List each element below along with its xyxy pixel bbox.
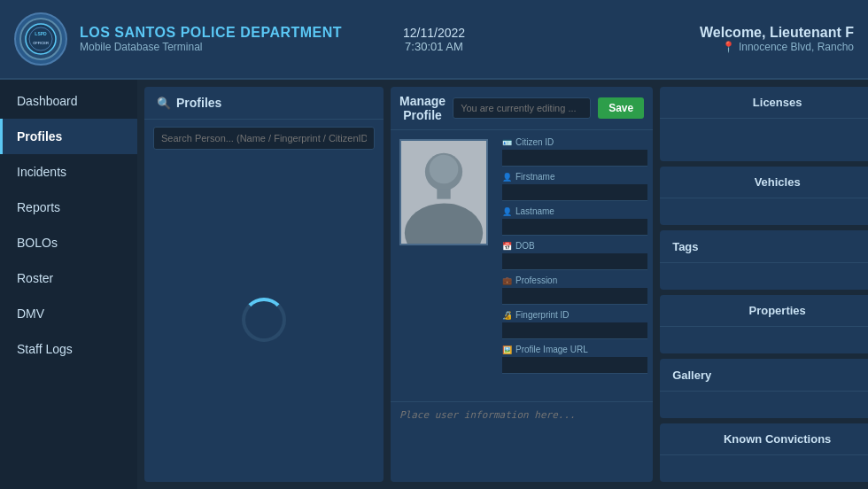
pin-icon: 📍 xyxy=(722,41,735,53)
welcome-message: Welcome, Lieutenant F xyxy=(700,25,854,41)
image-url-input[interactable] xyxy=(502,357,647,374)
profession-input[interactable] xyxy=(502,288,647,305)
image-icon: 🖼️ xyxy=(502,345,512,354)
field-fingerprint: 🔏 Fingerprint ID xyxy=(502,310,647,339)
sidebar-label-profiles: Profiles xyxy=(17,129,62,144)
field-image-url: 🖼️ Profile Image URL xyxy=(502,345,647,374)
briefcase-icon: 💼 xyxy=(502,276,512,285)
search-input-wrap xyxy=(144,120,384,157)
vehicles-section: Vehicles xyxy=(660,167,868,225)
properties-section: Properties xyxy=(660,295,868,353)
user-info: Welcome, Lieutenant F 📍 Innocence Blvd, … xyxy=(700,25,854,53)
time-display: 7:30:01 AM xyxy=(403,40,465,53)
licenses-section: Licenses xyxy=(660,87,868,161)
citizen-id-label: 🪪 Citizen ID xyxy=(502,137,647,147)
sidebar-item-dmv[interactable]: DMV xyxy=(0,296,137,331)
terminal-subtitle: Mobile Database Terminal xyxy=(80,41,700,53)
manage-panel-title: Manage Profile xyxy=(399,94,446,122)
svg-text:LSPD: LSPD xyxy=(35,31,47,36)
date-display: 12/11/2022 xyxy=(403,26,465,40)
sidebar-label-reports: Reports xyxy=(17,200,60,214)
sidebar-item-reports[interactable]: Reports xyxy=(0,190,137,225)
fingerprint-icon: 🔏 xyxy=(502,311,512,320)
profession-label: 💼 Profession xyxy=(502,276,647,285)
sidebar-item-bolos[interactable]: BOLOs xyxy=(0,225,137,260)
department-name: LOS SANTOS POLICE DEPARTMENT xyxy=(80,25,700,41)
notes-area xyxy=(391,401,653,482)
properties-title: Properties xyxy=(749,304,806,317)
lastname-label: 👤 Lastname xyxy=(502,206,647,216)
vehicles-title: Vehicles xyxy=(755,175,801,189)
logo-inner: LSPD OFFICER xyxy=(19,18,62,60)
profiles-body xyxy=(144,157,384,482)
header: LSPD OFFICER LOS SANTOS POLICE DEPARTMEN… xyxy=(0,0,868,80)
sidebar-item-dashboard[interactable]: Dashboard xyxy=(0,83,137,119)
save-button[interactable]: Save xyxy=(598,97,644,119)
person-icon-1: 👤 xyxy=(502,173,512,182)
sidebar-label-staff-logs: Staff Logs xyxy=(17,342,73,356)
manage-panel-header: Manage Profile Save xyxy=(391,87,653,130)
content-area: 🔍 Profiles Manage Profile Save xyxy=(137,80,868,489)
department-logo: LSPD OFFICER xyxy=(14,12,67,66)
field-firstname: 👤 Firstname xyxy=(502,172,647,201)
sidebar-item-staff-logs[interactable]: Staff Logs xyxy=(0,331,137,367)
gallery-section: Gallery + xyxy=(660,359,868,418)
sidebar: Dashboard Profiles Incidents Reports BOL… xyxy=(0,80,137,489)
firstname-input[interactable] xyxy=(502,184,647,201)
citizen-id-input[interactable] xyxy=(502,150,647,167)
licenses-title: Licenses xyxy=(753,96,802,109)
manage-body: 🪪 Citizen ID 👤 Firstname xyxy=(391,130,653,401)
convictions-body xyxy=(660,455,868,482)
sidebar-label-incidents: Incidents xyxy=(17,165,66,179)
field-citizen-id: 🪪 Citizen ID xyxy=(502,137,647,167)
person-icon-2: 👤 xyxy=(502,207,512,216)
field-profession: 💼 Profession xyxy=(502,276,647,305)
main-layout: Dashboard Profiles Incidents Reports BOL… xyxy=(0,80,868,489)
notes-textarea[interactable] xyxy=(399,409,644,471)
sidebar-item-profiles[interactable]: Profiles xyxy=(0,119,137,154)
location-info: 📍 Innocence Blvd, Rancho xyxy=(700,41,854,53)
licenses-header: Licenses xyxy=(660,87,868,119)
dob-input[interactable] xyxy=(502,253,647,270)
fingerprint-label: 🔏 Fingerprint ID xyxy=(502,310,647,320)
department-info: LOS SANTOS POLICE DEPARTMENT Mobile Data… xyxy=(80,25,700,53)
convictions-title: Known Convictions xyxy=(724,432,831,446)
calendar-icon: 📅 xyxy=(502,242,512,251)
id-icon: 🪪 xyxy=(502,138,512,147)
licenses-body xyxy=(660,119,868,145)
gallery-title: Gallery xyxy=(672,369,711,382)
avatar-section xyxy=(391,130,497,401)
image-url-label: 🖼️ Profile Image URL xyxy=(502,345,647,354)
editing-input[interactable] xyxy=(453,97,591,119)
properties-body xyxy=(660,327,868,353)
sidebar-item-incidents[interactable]: Incidents xyxy=(0,154,137,190)
tags-section: Tags + xyxy=(660,230,868,290)
field-lastname: 👤 Lastname xyxy=(502,206,647,236)
datetime-display: 12/11/2022 7:30:01 AM xyxy=(403,26,465,53)
sidebar-label-dashboard: Dashboard xyxy=(17,94,78,108)
tags-header: Tags + xyxy=(660,230,868,263)
sidebar-label-roster: Roster xyxy=(17,271,53,285)
lastname-input[interactable] xyxy=(502,219,647,236)
properties-header: Properties xyxy=(660,295,868,327)
search-icon: 🔍 xyxy=(157,97,171,110)
sidebar-label-bolos: BOLOs xyxy=(17,236,58,250)
profiles-panel-title: Profiles xyxy=(176,96,221,110)
loading-spinner xyxy=(242,298,286,342)
search-input[interactable] xyxy=(153,127,375,150)
location-text: Innocence Blvd, Rancho xyxy=(739,41,854,53)
fingerprint-input[interactable] xyxy=(502,322,647,339)
sidebar-item-roster[interactable]: Roster xyxy=(0,260,137,296)
svg-rect-6 xyxy=(437,189,450,199)
dob-label: 📅 DOB xyxy=(502,241,647,251)
manage-panel: Manage Profile Save xyxy=(391,87,653,482)
sidebar-label-dmv: DMV xyxy=(17,307,44,321)
convictions-header: Known Convictions xyxy=(660,423,868,455)
avatar-silhouette xyxy=(401,139,486,244)
profiles-panel-header: 🔍 Profiles xyxy=(144,87,384,120)
vehicles-body xyxy=(660,198,868,225)
gallery-body xyxy=(660,392,868,418)
tags-title: Tags xyxy=(672,240,698,253)
svg-point-0 xyxy=(26,24,56,54)
convictions-section: Known Convictions xyxy=(660,423,868,482)
